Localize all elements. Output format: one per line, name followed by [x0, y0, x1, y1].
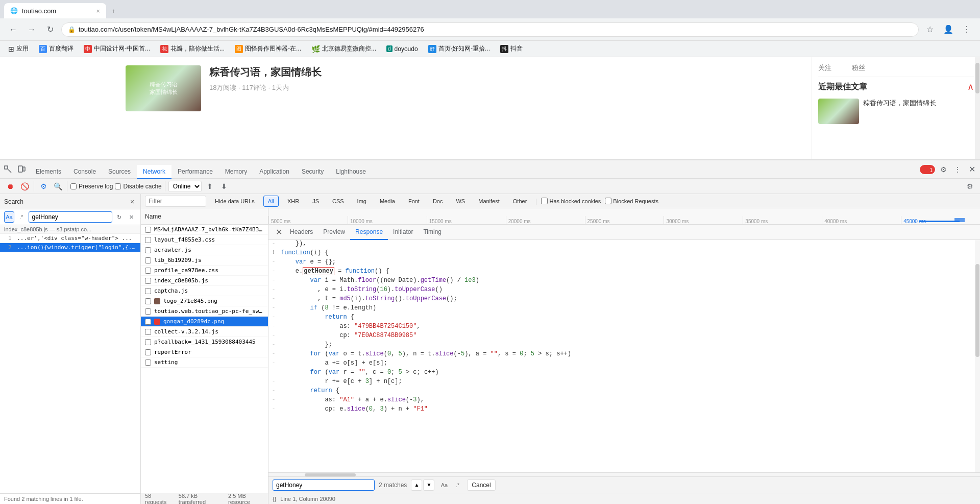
file-item-3[interactable]: lib_6b19209.js [141, 255, 268, 266]
blocked-requests-checkbox[interactable] [605, 198, 611, 204]
menu-btn[interactable]: ⋮ [960, 22, 974, 37]
tab-application[interactable]: Application [253, 165, 296, 179]
detail-tab-timing[interactable]: Timing [418, 225, 447, 240]
file-item-8[interactable]: toutiao.web.toutiao_pc-pc-fe_switch.js?t… [141, 306, 268, 317]
file-checkbox-12[interactable] [145, 349, 151, 355]
tab-network[interactable]: Network [137, 165, 172, 179]
search-clear-btn[interactable]: ✕ [126, 211, 136, 223]
search-prev-btn[interactable]: ▲ [411, 479, 422, 491]
detail-tab-initiator[interactable]: Initiator [388, 225, 418, 240]
browser-tab[interactable]: 🌐 toutiao.com × [4, 3, 106, 18]
filter-xhr[interactable]: XHR [283, 196, 304, 207]
bookmark-beijing[interactable]: 🌿 北京德易堂微商控... [307, 43, 380, 54]
filter-media[interactable]: Media [375, 196, 400, 207]
tab-lighthouse[interactable]: Lighthouse [330, 165, 372, 179]
file-checkbox-4[interactable] [145, 268, 151, 274]
file-checkbox-11[interactable] [145, 339, 151, 345]
detail-tab-headers[interactable]: Headers [285, 225, 318, 240]
bookmark-doyoudo[interactable]: d doyoudo [382, 44, 422, 54]
address-bar[interactable]: 🔒 toutiao.com/c/user/token/MS4wLjABAAAAZ… [61, 22, 919, 37]
tab-console[interactable]: Console [67, 165, 102, 179]
search-bottom-case-btn[interactable]: Aa [438, 479, 450, 491]
blocked-requests-label[interactable]: Blocked Requests [605, 198, 658, 204]
filter-other[interactable]: Other [508, 196, 532, 207]
file-item-7[interactable]: logo_271e845.png [141, 296, 268, 306]
tab-performance[interactable]: Performance [172, 165, 219, 179]
file-checkbox-6[interactable] [145, 288, 151, 294]
search-bottom-input[interactable] [273, 479, 375, 491]
search-regex-btn[interactable]: .* [16, 211, 27, 223]
page-scrollbar[interactable] [975, 57, 980, 159]
search-cancel-btn[interactable]: Cancel [467, 479, 495, 491]
file-checkbox-0[interactable] [145, 227, 151, 233]
search-case-btn[interactable]: Aa [4, 211, 14, 223]
filter-js[interactable]: JS [308, 196, 324, 207]
devtools-settings-btn[interactable]: ⚙ [937, 163, 949, 176]
account-btn[interactable]: 👤 [941, 22, 955, 37]
filter-input[interactable] [145, 196, 206, 207]
new-tab-btn[interactable]: + [106, 4, 120, 18]
collapse-btn[interactable]: ∧ [967, 81, 974, 92]
forward-button[interactable]: → [24, 22, 39, 37]
network-settings-btn[interactable]: ⚙ [964, 180, 976, 193]
devtools-close-btn[interactable]: ✕ [966, 163, 978, 176]
bookmark-huaban[interactable]: 花 花瓣，陪你做生活... [156, 43, 229, 54]
bookmark-tugu[interactable]: 图 图怪兽作图神器-在... [231, 43, 305, 54]
file-checkbox-7[interactable] [145, 298, 151, 304]
disable-cache-label[interactable]: Disable cache [115, 183, 161, 190]
bookmark-baidu[interactable]: 百 百度翻译 [35, 43, 78, 54]
preserve-log-label[interactable]: Preserve log [70, 183, 113, 190]
has-blocked-cookies-label[interactable]: Has blocked cookies [541, 198, 601, 204]
back-button[interactable]: ← [6, 22, 20, 37]
file-checkbox-1[interactable] [145, 237, 151, 243]
import-btn[interactable]: ⬆ [204, 180, 216, 193]
detail-tab-response[interactable]: Response [350, 225, 388, 240]
bookmark-btn[interactable]: ☆ [923, 22, 937, 37]
export-btn[interactable]: ⬇ [218, 180, 230, 193]
filter-doc[interactable]: Doc [428, 196, 448, 207]
horizontal-scrollbar[interactable] [268, 472, 980, 476]
preserve-log-checkbox[interactable] [70, 183, 77, 189]
tab-memory[interactable]: Memory [219, 165, 253, 179]
disable-cache-checkbox[interactable] [115, 183, 121, 189]
network-throttle-select[interactable]: Online [168, 181, 202, 192]
file-item-1[interactable]: layout_f4855e3.css [141, 235, 268, 245]
search-input-field[interactable] [29, 211, 112, 223]
search-panel-close-btn[interactable]: × [128, 198, 136, 206]
detail-tab-preview[interactable]: Preview [318, 225, 350, 240]
bookmark-haozhiwang[interactable]: 好 首页·好知网-重拾... [424, 43, 494, 54]
bookmark-design[interactable]: 中 中国设计网-中国首... [80, 43, 154, 54]
detail-close-btn[interactable]: ✕ [273, 226, 285, 238]
filter-all[interactable]: All [263, 196, 279, 207]
devtools-more-btn[interactable]: ⋮ [951, 163, 964, 176]
file-item-6[interactable]: captcha.js [141, 286, 268, 296]
filter-btn[interactable]: ⚙ [37, 180, 50, 193]
search-result-1[interactable]: 1 ...er','<div class="w-header"> ... [0, 234, 140, 243]
search-bottom-regex-btn[interactable]: .* [452, 479, 463, 491]
search-next-btn[interactable]: ▼ [423, 479, 434, 491]
file-item-11[interactable]: p?callback=_1431_1593088403445 [141, 337, 268, 347]
detail-scrollbar[interactable] [975, 240, 980, 472]
file-item-2[interactable]: acrawler.js [141, 245, 268, 255]
clear-btn[interactable]: 🚫 [18, 180, 31, 193]
file-checkbox-2[interactable] [145, 247, 151, 253]
file-checkbox-13[interactable] [145, 359, 151, 366]
file-checkbox-8[interactable] [145, 308, 151, 315]
tab-sources[interactable]: Sources [102, 165, 137, 179]
file-checkbox-10[interactable] [145, 329, 151, 335]
bookmark-apps[interactable]: ⊞ 应用 [4, 43, 33, 54]
file-item-12[interactable]: reportError [141, 347, 268, 357]
file-item-5[interactable]: index_c8e805b.js [141, 276, 268, 286]
file-item-9[interactable]: gongan_d0289dc.png [141, 317, 268, 327]
file-checkbox-9[interactable] [145, 319, 151, 325]
tab-close[interactable]: × [96, 7, 100, 15]
bookmark-douyin[interactable]: 抖 抖音 [496, 43, 527, 54]
device-toolbar-btn[interactable] [15, 163, 28, 176]
file-item-13[interactable]: setting [141, 357, 268, 368]
search-refresh-btn[interactable]: ↻ [114, 211, 125, 223]
file-item-10[interactable]: collect-v.3.2.14.js [141, 327, 268, 337]
filter-ws[interactable]: WS [451, 196, 470, 207]
file-item-0[interactable]: MS4wLjABAAAAZ-7_bvlhGk-tKa7Z4B3GUSA0d-..… [141, 225, 268, 235]
filter-css[interactable]: CSS [328, 196, 349, 207]
record-btn[interactable]: ⏺ [4, 180, 16, 193]
